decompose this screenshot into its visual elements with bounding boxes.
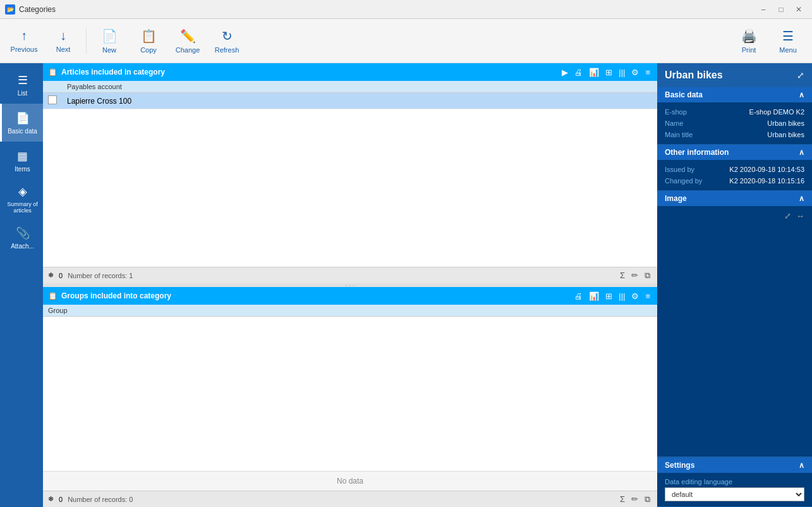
articles-footer-controls: Σ ✏ ⧉ [618,270,652,281]
next-button[interactable]: ↓ Next [44,22,82,60]
articles-snowflake-count: 0 [59,272,63,279]
image-controls: ⤢ ↔ [665,211,804,221]
articles-chart-button[interactable]: 📊 [587,67,601,78]
sidebar-item-summary[interactable]: ◈ Summary of articles [0,180,43,219]
articles-bar-button[interactable]: ||| [617,67,627,78]
sidebar-summary-label: Summary of articles [4,201,40,214]
title-bar-left: 📂 Categories [5,4,56,15]
data-editing-language-row: Data editing language default English Cz… [665,478,804,501]
sidebar-item-list[interactable]: ☰ List [0,66,43,104]
main-layout: ☰ List 📄 Basic data ▦ Items ◈ Summary of… [0,63,812,507]
other-info-section-header[interactable]: Other information ∧ [657,145,812,160]
groups-print-button[interactable]: 🖨 [573,291,585,302]
groups-empty-space [43,317,657,471]
articles-play-button[interactable]: ▶ [560,67,570,78]
groups-col-group: Group [43,305,657,317]
new-button[interactable]: 📄 New [90,22,128,60]
articles-print-button[interactable]: 🖨 [573,67,585,78]
groups-edit-button[interactable]: ✏ [629,494,640,505]
groups-sum-button[interactable]: Σ [618,494,627,505]
copy-button[interactable]: 📋 Copy [130,22,167,60]
main-title-value: Urban bikes [767,131,804,138]
print-button[interactable]: 🖨️ Print [730,22,768,60]
articles-panel-content: Payables account Lapierre Cross 100 [43,81,657,109]
menu-button[interactable]: ☰ Menu [769,22,807,60]
articles-empty-space [43,109,657,267]
close-button[interactable]: ✕ [791,3,807,16]
issued-by-value: K2 2020-09-18 10:14:53 [729,166,804,173]
data-editing-language-label: Data editing language [665,478,804,486]
change-button[interactable]: ✏️ Change [169,22,207,60]
article-name: Lapierre Cross 100 [62,93,657,109]
row-checkbox[interactable] [48,95,57,104]
articles-sum-button[interactable]: Σ [618,270,627,281]
groups-grid-button[interactable]: ⊞ [603,291,614,302]
basic-data-header-label: Basic data [665,90,703,99]
groups-panel-header: 📋 Groups included into category 🖨 📊 ⊞ ||… [43,287,657,305]
sidebar-attach-label: Attach... [11,243,34,250]
groups-bar-button[interactable]: ||| [617,291,627,302]
articles-panel-header: 📋 Articles included in category ▶ 🖨 📊 ⊞ … [43,63,657,81]
articles-panel-title-area: 📋 Articles included in category [48,68,556,76]
main-title-label: Main title [665,131,693,138]
articles-edit-button[interactable]: ✏ [629,270,640,281]
image-external-link-button[interactable]: ⤢ [784,211,791,221]
changed-by-value: K2 2020-09-18 10:15:16 [729,177,804,185]
toolbar: ↑ Previous ↓ Next 📄 New 📋 Copy ✏️ Change… [0,19,812,63]
minimize-button[interactable]: – [755,3,772,16]
right-panel-expand-button[interactable]: ⤢ [797,70,804,80]
articles-copy-footer-button[interactable]: ⧉ [643,270,652,281]
sidebar-item-basic-data[interactable]: 📄 Basic data [0,104,43,142]
previous-button[interactable]: ↑ Previous [5,22,43,60]
no-data-text: No data [43,471,657,491]
window-title: Categories [19,5,56,14]
articles-record-count: Number of records: 1 [68,272,133,279]
sidebar-items-label: Items [15,166,30,173]
refresh-button[interactable]: ↻ Refresh [208,22,246,60]
groups-panel-controls: 🖨 📊 ⊞ ||| ⚙ ≡ [573,291,652,302]
other-info-section: Other information ∧ Issued by K2 2020-09… [657,145,812,191]
language-select[interactable]: default English Czech German [665,487,804,501]
right-title-text: Urban bikes [665,70,723,81]
groups-table: Group [43,305,657,317]
groups-panel: 📋 Groups included into category 🖨 📊 ⊞ ||… [43,287,657,507]
copy-label: Copy [140,46,157,54]
refresh-icon: ↻ [222,28,233,44]
right-panel: Urban bikes ⤢ Basic data ∧ E-shop E-shop… [657,63,812,507]
sidebar: ☰ List 📄 Basic data ▦ Items ◈ Summary of… [0,63,43,507]
groups-panel-content: Group [43,305,657,317]
articles-col-check [43,81,62,93]
groups-more-button[interactable]: ≡ [643,291,652,302]
print-icon: 🖨️ [741,28,757,44]
eshop-label: E-shop [665,108,687,116]
groups-panel-footer: ❄ 0 Number of records: 0 Σ ✏ ⧉ [43,491,657,507]
table-row[interactable]: Lapierre Cross 100 [43,93,657,109]
issued-by-label: Issued by [665,166,694,173]
other-info-section-content: Issued by K2 2020-09-18 10:14:53 Changed… [657,160,812,190]
image-resize-button[interactable]: ↔ [796,211,804,221]
app-icon: 📂 [5,4,15,15]
settings-collapse-icon: ∧ [799,461,804,470]
basic-data-section-header[interactable]: Basic data ∧ [657,87,812,102]
articles-settings-button[interactable]: ⚙ [629,67,641,78]
attach-icon: 📎 [16,226,30,240]
title-bar: 📂 Categories – □ ✕ [0,0,812,19]
groups-chart-button[interactable]: 📊 [587,291,601,302]
image-section-header[interactable]: Image ∧ [657,191,812,206]
maximize-button[interactable]: □ [773,3,789,16]
groups-settings-button[interactable]: ⚙ [629,291,641,302]
articles-panel-footer: ❄ 0 Number of records: 1 Σ ✏ ⧉ [43,267,657,283]
basic-data-section-content: E-shop E-shop DEMO K2 Name Urban bikes M… [657,102,812,144]
groups-copy-footer-button[interactable]: ⧉ [643,494,652,505]
other-info-header-label: Other information [665,148,729,157]
settings-section-header[interactable]: Settings ∧ [657,458,812,473]
articles-more-button[interactable]: ≡ [643,67,652,78]
content-area: 📋 Articles included in category ▶ 🖨 📊 ⊞ … [43,63,657,507]
settings-header-label: Settings [665,461,694,470]
articles-grid-button[interactable]: ⊞ [603,67,614,78]
changed-by-row: Changed by K2 2020-09-18 10:15:16 [665,175,804,186]
sidebar-item-attach[interactable]: 📎 Attach... [0,219,43,257]
sidebar-item-items[interactable]: ▦ Items [0,142,43,180]
main-title-row: Main title Urban bikes [665,129,804,140]
name-row: Name Urban bikes [665,118,804,129]
